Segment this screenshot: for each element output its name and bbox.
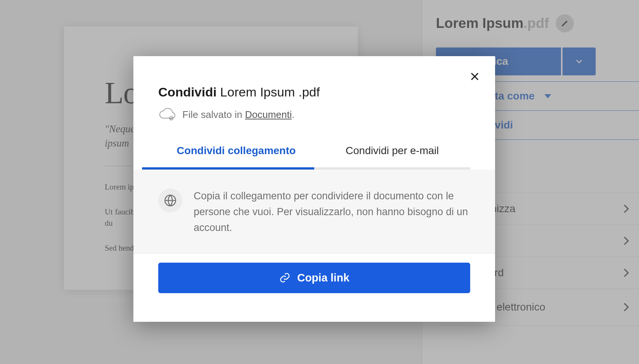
modal-saved-row: File salvato in Documenti. [158, 108, 470, 121]
rename-button[interactable] [556, 14, 574, 32]
saved-location-link[interactable]: Documenti [245, 109, 292, 120]
share-tabs: Condividi collegamento Condividi per e-m… [158, 145, 470, 170]
cloud-check-icon [158, 108, 176, 121]
close-button[interactable] [467, 69, 482, 84]
modal-body-text: Copia il collegamento per condividere il… [194, 188, 470, 236]
chevron-down-icon [574, 56, 584, 67]
triangle-down-icon [544, 94, 551, 98]
chevron-right-icon [623, 204, 629, 214]
download-options-button[interactable] [563, 47, 596, 75]
modal-body: Copia il collegamento per condividere il… [133, 170, 495, 253]
globe-icon [164, 194, 177, 207]
tab-share-link-label: Condividi collegamento [177, 145, 296, 156]
modal-title-file: Lorem Ipsum .pdf [220, 85, 320, 99]
file-name: Lorem Ipsum [436, 15, 523, 31]
file-extension: .pdf [523, 15, 549, 31]
saved-prefix: File salvato in [182, 109, 245, 120]
copy-link-label: Copia link [297, 272, 350, 284]
tab-share-link[interactable]: Condividi collegamento [158, 145, 314, 167]
modal-title: Condividi Lorem Ipsum .pdf [158, 85, 470, 99]
modal-title-prefix: Condividi [158, 85, 217, 99]
tab-share-email-label: Condividi per e-mail [345, 145, 439, 156]
file-title-row: Lorem Ipsum.pdf [422, 14, 639, 47]
saved-suffix: . [292, 109, 294, 120]
chevron-right-icon [623, 268, 629, 278]
copy-link-button[interactable]: Copia link [158, 263, 470, 293]
globe-icon-circle [158, 188, 182, 213]
pencil-icon [561, 19, 569, 28]
link-icon [279, 272, 290, 283]
chevron-right-icon [623, 236, 629, 246]
tab-share-email[interactable]: Condividi per e-mail [314, 145, 470, 167]
chevron-right-icon [623, 302, 629, 312]
close-icon [469, 71, 480, 82]
modal-footer: Copia link [133, 253, 495, 293]
share-modal: Condividi Lorem Ipsum .pdf File salvato … [133, 56, 495, 322]
